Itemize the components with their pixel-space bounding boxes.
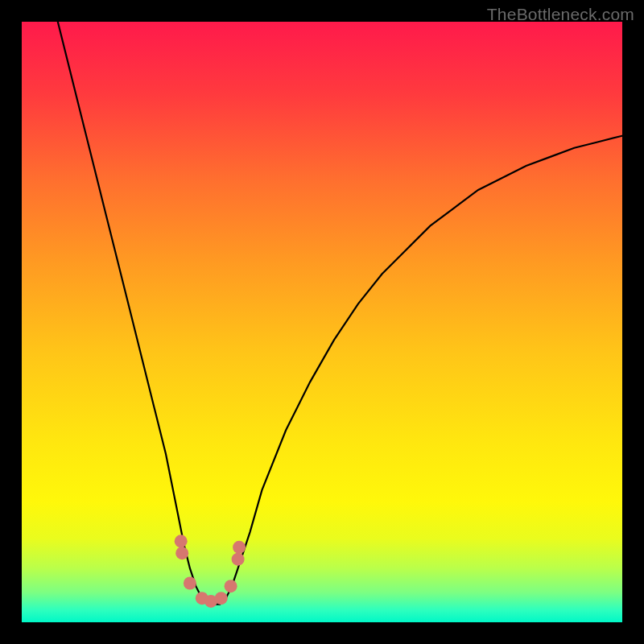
sample-dot xyxy=(233,541,246,554)
sample-dot xyxy=(175,535,188,547)
sample-dot xyxy=(184,577,196,590)
bottleneck-curve xyxy=(58,22,622,605)
watermark-text: TheBottleneck.com xyxy=(487,5,634,24)
sample-dot xyxy=(175,547,188,559)
sample-dot xyxy=(232,553,245,566)
sample-dot xyxy=(215,592,228,605)
sample-dots xyxy=(175,535,246,608)
chart-area xyxy=(22,22,622,622)
sample-dot xyxy=(225,580,237,592)
chart-svg xyxy=(22,22,622,622)
